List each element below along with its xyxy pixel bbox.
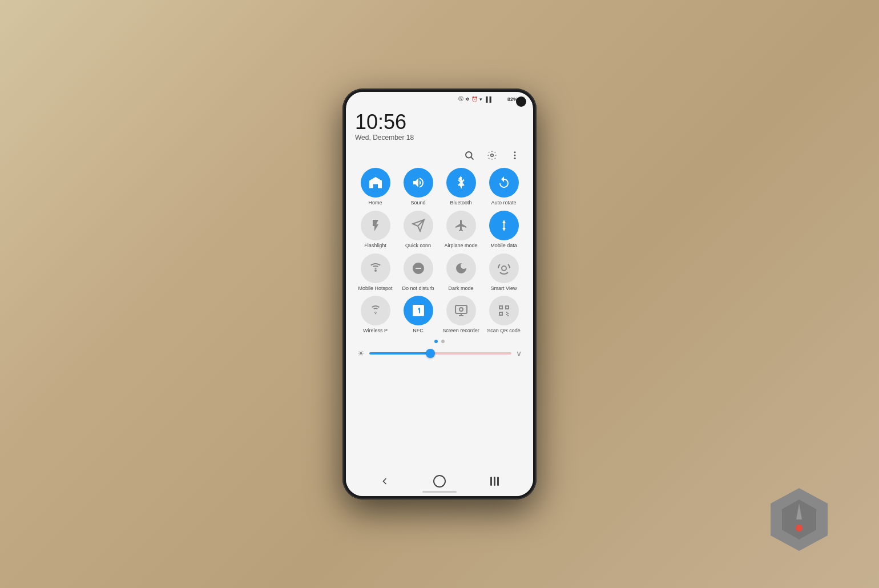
tile-smart-view[interactable]: Smart View bbox=[483, 253, 524, 292]
panel-content: 10:56 Wed, December 18 bbox=[346, 104, 533, 468]
nfc-icon: Ⓝ bbox=[458, 95, 463, 103]
alarm-icon: ⏰ bbox=[471, 96, 478, 102]
status-bar: Ⓝ ✲ ⏰ ▾ ▐▐ 82% 🔋 bbox=[346, 92, 533, 104]
wireless-icon-circle bbox=[361, 296, 390, 325]
dark-mode-icon-circle bbox=[446, 253, 476, 283]
flashlight-label: Flashlight bbox=[364, 243, 386, 249]
flashlight-icon-circle bbox=[361, 211, 390, 240]
sound-label: Sound bbox=[410, 200, 425, 206]
home-circle bbox=[433, 475, 446, 488]
mobile-data-icon-circle bbox=[489, 211, 519, 240]
brightness-icon: ☀ bbox=[357, 349, 365, 358]
bluetooth-status-icon: ✲ bbox=[465, 96, 470, 102]
svg-point-8 bbox=[514, 155, 516, 156]
svg-rect-12 bbox=[455, 305, 467, 313]
tile-mobile-data[interactable]: Mobile data bbox=[483, 211, 524, 249]
brightness-bar: ☀ ∨ bbox=[355, 349, 524, 358]
tile-dark-mode[interactable]: Dark mode bbox=[441, 253, 481, 292]
recents-bars bbox=[490, 477, 499, 486]
tile-auto-rotate[interactable]: Auto rotate bbox=[483, 168, 524, 206]
signal-icon: ▐▐ bbox=[484, 96, 491, 102]
tile-home[interactable]: Home bbox=[355, 168, 396, 206]
date-display: Wed, December 18 bbox=[355, 134, 524, 142]
tile-flashlight[interactable]: Flashlight bbox=[355, 211, 396, 249]
auto-rotate-icon-circle bbox=[489, 168, 519, 198]
svg-point-11 bbox=[502, 266, 506, 271]
time-section: 10:56 Wed, December 18 bbox=[355, 110, 524, 143]
auto-rotate-label: Auto rotate bbox=[491, 200, 516, 206]
search-button[interactable] bbox=[461, 147, 477, 163]
brightness-slider[interactable] bbox=[369, 352, 511, 355]
status-icons: Ⓝ ✲ ⏰ ▾ ▐▐ bbox=[458, 95, 491, 103]
time-display: 10:56 bbox=[355, 112, 524, 132]
bluetooth-label: Bluetooth bbox=[450, 200, 471, 206]
svg-point-9 bbox=[514, 158, 516, 159]
mobile-data-label: Mobile data bbox=[490, 243, 517, 249]
recents-button[interactable] bbox=[485, 472, 503, 490]
dnd-icon-circle bbox=[404, 253, 433, 283]
smart-view-label: Smart View bbox=[491, 285, 517, 292]
home-button[interactable] bbox=[430, 472, 449, 490]
tile-screen-recorder[interactable]: Screen recorder bbox=[441, 296, 481, 334]
more-button[interactable] bbox=[507, 147, 523, 163]
svg-point-3 bbox=[796, 525, 803, 531]
tile-bluetooth[interactable]: Bluetooth bbox=[441, 168, 481, 206]
tile-airplane[interactable]: Airplane mode bbox=[441, 211, 481, 249]
wifi-status-icon: ▾ bbox=[479, 96, 482, 102]
tile-quick-connect[interactable]: Quick conn bbox=[398, 211, 438, 249]
dnd-label: Do not disturb bbox=[402, 285, 434, 292]
home-icon-circle bbox=[361, 168, 390, 198]
tile-hotspot[interactable]: Mobile Hotspot bbox=[355, 253, 396, 292]
dark-mode-label: Dark mode bbox=[448, 285, 473, 292]
phone-screen: Ⓝ ✲ ⏰ ▾ ▐▐ 82% 🔋 10:56 Wed, December 18 bbox=[346, 92, 533, 496]
smart-view-icon-circle bbox=[489, 253, 519, 283]
quick-settings-grid: Home Sound bbox=[355, 168, 524, 334]
wireless-label: Wireless P bbox=[363, 328, 388, 334]
screen-recorder-icon-circle bbox=[446, 296, 476, 325]
svg-point-13 bbox=[459, 308, 463, 311]
qr-icon-circle bbox=[489, 296, 519, 325]
screen-recorder-label: Screen recorder bbox=[442, 328, 479, 334]
quick-connect-icon-circle bbox=[404, 211, 433, 240]
tile-sound[interactable]: Sound bbox=[398, 168, 438, 206]
hotspot-icon-circle bbox=[361, 253, 390, 283]
hotspot-label: Mobile Hotspot bbox=[358, 285, 392, 292]
phone-wrapper: Ⓝ ✲ ⏰ ▾ ▐▐ 82% 🔋 10:56 Wed, December 18 bbox=[342, 88, 537, 500]
page-dot-2[interactable] bbox=[441, 340, 445, 343]
nfc-icon-circle bbox=[404, 296, 433, 325]
home-label: Home bbox=[368, 200, 382, 206]
page-indicators bbox=[355, 339, 524, 344]
page-dot-1[interactable] bbox=[434, 340, 438, 343]
brightness-thumb[interactable] bbox=[426, 349, 435, 358]
brightness-expand-icon[interactable]: ∨ bbox=[516, 349, 522, 358]
svg-point-6 bbox=[491, 154, 494, 157]
tile-scan-qr[interactable]: Scan QR code bbox=[483, 296, 524, 334]
svg-line-5 bbox=[471, 157, 473, 159]
tile-wireless[interactable]: Wireless P bbox=[355, 296, 396, 334]
tile-nfc[interactable]: NFC bbox=[398, 296, 438, 334]
airplane-label: Airplane mode bbox=[444, 243, 477, 249]
airplane-icon-circle bbox=[446, 211, 476, 240]
bluetooth-icon-circle bbox=[446, 168, 476, 198]
svg-point-7 bbox=[514, 151, 516, 153]
panel-toolbar bbox=[355, 147, 524, 163]
back-button[interactable] bbox=[376, 472, 394, 490]
quick-connect-label: Quick conn bbox=[405, 243, 431, 249]
scan-qr-label: Scan QR code bbox=[487, 328, 521, 334]
nav-bar bbox=[346, 468, 533, 496]
tile-dnd[interactable]: Do not disturb bbox=[398, 253, 438, 292]
nfc-label: NFC bbox=[413, 328, 424, 334]
svg-point-4 bbox=[466, 152, 472, 158]
phone-body: Ⓝ ✲ ⏰ ▾ ▐▐ 82% 🔋 10:56 Wed, December 18 bbox=[342, 88, 537, 500]
ap-logo bbox=[765, 485, 833, 554]
camera-hole bbox=[516, 96, 526, 107]
sound-icon-circle bbox=[404, 168, 433, 198]
settings-button[interactable] bbox=[484, 147, 500, 163]
home-indicator-bar bbox=[422, 491, 457, 493]
